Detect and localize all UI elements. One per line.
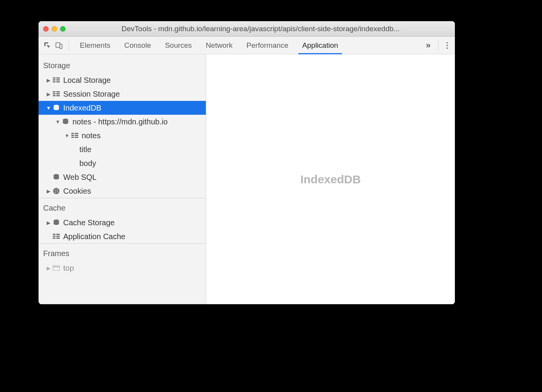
sidebar-item-label: Local Storage (63, 76, 111, 85)
titlebar: DevTools - mdn.github.io/learning-area/j… (39, 21, 455, 37)
table-icon (52, 75, 61, 85)
expand-arrow-icon: ▶ (45, 220, 52, 226)
svg-point-15 (63, 119, 68, 121)
devtools-window: DevTools - mdn.github.io/learning-area/j… (39, 21, 455, 304)
svg-rect-34 (56, 238, 60, 239)
svg-point-24 (55, 190, 56, 191)
tab-sources[interactable]: Sources (158, 37, 199, 54)
sidebar-item-label: Web SQL (63, 173, 96, 182)
svg-point-23 (53, 188, 59, 194)
svg-rect-18 (71, 135, 74, 136)
svg-point-25 (57, 189, 58, 191)
collapse-arrow-icon: ▼ (45, 105, 52, 111)
svg-rect-10 (53, 93, 56, 94)
svg-rect-35 (53, 265, 60, 271)
sidebar-item-label: Cookies (63, 187, 91, 196)
tab-network[interactable]: Network (199, 37, 240, 54)
sidebar-item-idb-index-title[interactable]: ▶ title (39, 142, 206, 156)
database-icon (52, 173, 61, 182)
expand-arrow-icon: ▶ (45, 91, 52, 97)
database-icon (52, 218, 61, 227)
svg-rect-13 (56, 95, 60, 96)
section-frames-header: Frames (39, 243, 206, 261)
collapse-arrow-icon: ▼ (55, 119, 61, 125)
svg-rect-19 (75, 135, 78, 136)
tab-performance[interactable]: Performance (239, 37, 295, 54)
svg-rect-8 (53, 91, 56, 92)
svg-rect-12 (53, 95, 56, 96)
tab-elements[interactable]: Elements (73, 37, 117, 54)
svg-rect-9 (56, 91, 60, 92)
svg-rect-2 (53, 77, 56, 79)
tab-console[interactable]: Console (117, 37, 158, 54)
zoom-window-button[interactable] (60, 26, 66, 32)
sidebar-item-label: notes - https://mdn.github.io (72, 117, 168, 126)
sidebar-item-cookies[interactable]: ▶ Cookies (39, 184, 206, 198)
close-window-button[interactable] (43, 26, 49, 32)
collapse-arrow-icon: ▼ (64, 133, 70, 139)
tab-application[interactable]: Application (295, 37, 345, 54)
minimize-window-button[interactable] (52, 26, 57, 32)
sidebar-item-local-storage[interactable]: ▶ Local Storage (39, 73, 206, 87)
sidebar-item-label: Application Cache (63, 232, 125, 241)
sidebar-item-label: title (79, 145, 91, 154)
svg-rect-6 (53, 81, 56, 82)
toolbar-divider (438, 40, 439, 50)
frame-icon (52, 263, 61, 273)
sidebar-item-label: IndexedDB (63, 104, 101, 112)
inspect-element-icon[interactable] (42, 40, 53, 51)
svg-rect-3 (56, 77, 60, 79)
table-icon (52, 89, 61, 99)
svg-rect-1 (60, 44, 62, 49)
svg-rect-32 (56, 236, 60, 237)
sidebar-item-idb-index-body[interactable]: ▶ body (39, 156, 206, 170)
svg-point-27 (55, 192, 56, 193)
svg-rect-30 (56, 234, 60, 235)
more-tabs-button[interactable]: » (422, 40, 434, 50)
sidebar-item-label: Cache Storage (63, 218, 114, 227)
window-title: DevTools - mdn.github.io/learning-area/j… (71, 25, 450, 33)
svg-point-14 (54, 105, 59, 107)
sidebar-item-frame-top[interactable]: ▶ top (39, 261, 206, 275)
svg-point-22 (54, 174, 59, 176)
sidebar-item-idb-store[interactable]: ▼ notes (39, 129, 206, 142)
sidebar-item-cache-storage[interactable]: ▶ Cache Storage (39, 216, 206, 230)
sidebar-item-label: Session Storage (63, 90, 120, 99)
sidebar-item-application-cache[interactable]: ▶ Application Cache (39, 230, 206, 243)
expand-arrow-icon: ▶ (45, 188, 52, 194)
svg-rect-21 (75, 137, 78, 138)
expand-arrow-icon: ▶ (45, 77, 52, 83)
sidebar-item-indexeddb[interactable]: ▼ IndexedDB (39, 101, 206, 115)
section-storage-header: Storage (39, 57, 206, 73)
sidebar-item-label: body (79, 159, 96, 168)
expand-arrow-icon: ▶ (45, 265, 52, 271)
svg-rect-4 (53, 79, 56, 80)
svg-rect-17 (75, 133, 78, 134)
svg-rect-20 (71, 137, 74, 138)
traffic-lights (43, 26, 66, 32)
application-sidebar: Storage ▶ Local Storage ▶ Session Storag… (39, 54, 206, 304)
sidebar-item-session-storage[interactable]: ▶ Session Storage (39, 87, 206, 101)
devtools-toolbar: Elements Console Sources Network Perform… (39, 37, 455, 54)
database-icon (52, 103, 61, 112)
table-icon (52, 232, 61, 241)
svg-rect-16 (71, 133, 74, 134)
database-icon (61, 117, 70, 126)
device-toggle-icon[interactable] (53, 40, 65, 51)
sidebar-item-web-sql[interactable]: ▶ Web SQL (39, 170, 206, 184)
devtools-tabs: Elements Console Sources Network Perform… (73, 37, 422, 54)
main-panel-title: IndexedDB (300, 173, 361, 186)
sidebar-item-idb-database[interactable]: ▼ notes - https://mdn.github.io (39, 115, 206, 129)
toolbar-divider (69, 40, 69, 50)
table-icon (70, 131, 79, 140)
svg-rect-33 (53, 238, 56, 239)
application-main-panel: IndexedDB (206, 54, 455, 304)
svg-rect-11 (56, 93, 60, 94)
sidebar-item-label: notes (82, 131, 101, 140)
svg-rect-29 (53, 234, 56, 235)
svg-point-26 (57, 191, 58, 193)
devtools-menu-button[interactable] (443, 42, 452, 49)
devtools-body: Storage ▶ Local Storage ▶ Session Storag… (39, 54, 455, 304)
svg-rect-5 (56, 79, 60, 80)
svg-point-28 (54, 219, 59, 222)
